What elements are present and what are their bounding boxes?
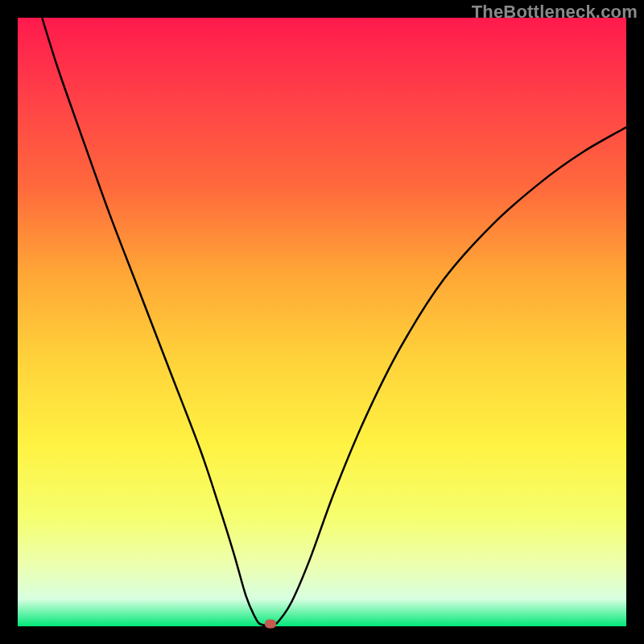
- optimal-marker-icon: [265, 619, 276, 628]
- watermark: TheBottleneck.com: [472, 2, 638, 23]
- bottleneck-curve: [18, 18, 626, 626]
- chart-plot-area: [18, 18, 626, 626]
